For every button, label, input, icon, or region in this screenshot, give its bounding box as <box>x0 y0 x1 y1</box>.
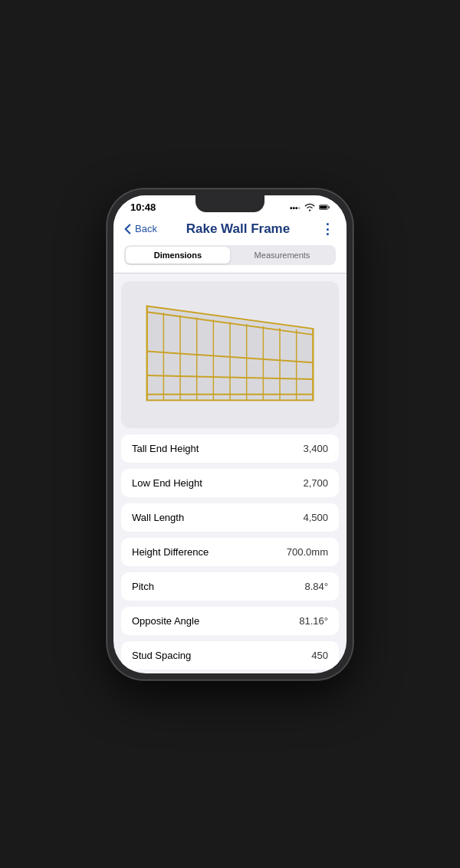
svg-point-1 <box>293 207 295 209</box>
diagram-card <box>121 281 339 428</box>
row-opposite-angle: Opposite Angle 81.16° <box>121 607 339 635</box>
tab-measurements[interactable]: Measurements <box>230 247 334 264</box>
tabs-container: Dimensions Measurements <box>124 245 336 265</box>
row-height-difference: Height Difference 700.0mm <box>121 538 339 566</box>
scroll-content[interactable]: Tall End Height 3,400 Low End Height 2,7… <box>113 274 347 673</box>
back-chevron-icon <box>124 224 131 234</box>
tab-dimensions[interactable]: Dimensions <box>126 247 230 264</box>
wifi-icon <box>304 203 315 211</box>
svg-point-2 <box>295 207 297 209</box>
svg-rect-5 <box>329 206 330 208</box>
row-tall-end-height: Tall End Height 3,400 <box>121 434 339 463</box>
back-label: Back <box>135 223 157 234</box>
signal-icon <box>290 203 301 211</box>
status-icons <box>290 203 330 211</box>
back-button[interactable]: Back <box>124 223 157 234</box>
notch <box>196 195 264 212</box>
label-height-difference: Height Difference <box>132 546 209 558</box>
rake-wall-diagram <box>132 292 328 414</box>
header: Back Rake Wall Frame ⋮ <box>113 216 347 245</box>
label-stud-spacing: Stud Spacing <box>132 650 191 661</box>
value-opposite-angle: 81.16° <box>299 615 328 627</box>
label-low-end-height: Low End Height <box>132 477 202 489</box>
phone-screen: 10:48 <box>113 195 347 673</box>
row-pitch: Pitch 8.84° <box>121 572 339 601</box>
value-pitch: 8.84° <box>304 581 328 592</box>
label-opposite-angle: Opposite Angle <box>132 615 199 627</box>
value-low-end-height: 2,700 <box>303 477 328 489</box>
label-tall-end-height: Tall End Height <box>132 443 199 454</box>
tabs-bar: Dimensions Measurements <box>113 245 347 273</box>
svg-point-3 <box>298 207 301 209</box>
label-wall-length: Wall Length <box>132 512 184 523</box>
row-wall-length: Wall Length 4,500 <box>121 503 339 532</box>
svg-rect-6 <box>320 205 327 208</box>
phone-shell: 10:48 <box>107 189 353 680</box>
label-pitch: Pitch <box>132 581 154 592</box>
menu-button[interactable]: ⋮ <box>319 221 336 237</box>
battery-icon <box>319 203 330 211</box>
row-stud-spacing: Stud Spacing 450 <box>121 641 339 670</box>
value-wall-length: 4,500 <box>303 512 328 523</box>
row-low-end-height: Low End Height 2,700 <box>121 469 339 497</box>
value-tall-end-height: 3,400 <box>303 443 328 454</box>
value-stud-spacing: 450 <box>311 650 328 661</box>
value-height-difference: 700.0mm <box>287 546 328 558</box>
page-title: Rake Wall Frame <box>162 221 314 237</box>
status-time: 10:48 <box>130 201 156 213</box>
svg-point-0 <box>290 207 292 209</box>
